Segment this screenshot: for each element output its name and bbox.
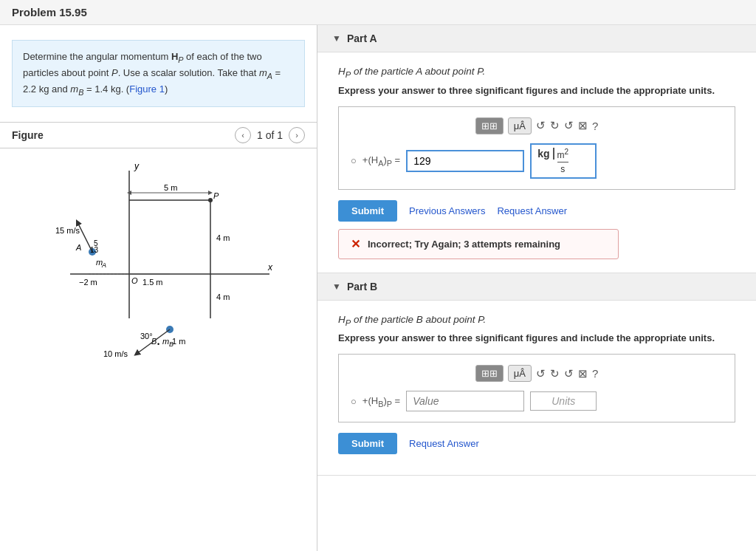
- svg-text:13: 13: [90, 246, 99, 254]
- part-b-matrix-btn[interactable]: ⊞⊞: [475, 365, 504, 382]
- part-a-content: HP of the particle A about point P. Expr…: [317, 52, 756, 273]
- part-b-refresh-icon[interactable]: ↺: [564, 367, 574, 380]
- part-b-header[interactable]: ▼ Part B: [317, 273, 756, 301]
- part-b-help-icon[interactable]: ?: [592, 367, 598, 380]
- part-b-submit-row: Submit Request Answer: [338, 433, 735, 454]
- part-b-content: HP of the particle B about point P. Expr…: [317, 301, 756, 476]
- part-b-input-row: ○ +(HB)P = Units: [351, 391, 723, 411]
- svg-text:10 m/s: 10 m/s: [103, 349, 128, 358]
- part-a-section: ▼ Part A HP of the particle A about poin…: [317, 25, 756, 273]
- part-b-redo-icon[interactable]: ↻: [550, 367, 560, 380]
- part-a-instruction: Express your answer to three significant…: [338, 85, 735, 96]
- part-a-prev-answers-link[interactable]: Previous Answers: [409, 205, 485, 216]
- left-panel: Determine the angular momentum HP of eac…: [0, 25, 317, 551]
- svg-text:4 m: 4 m: [216, 292, 230, 301]
- part-b-mu-btn[interactable]: μÂ: [508, 365, 532, 382]
- part-a-header[interactable]: ▼ Part A: [317, 25, 756, 52]
- part-a-request-answer-link[interactable]: Request Answer: [497, 205, 567, 216]
- part-a-chevron: ▼: [332, 33, 341, 44]
- figure-nav: ‹ 1 of 1 ›: [235, 127, 305, 143]
- part-a-incorrect-message: Incorrect; Try Again; 3 attempts remaini…: [368, 239, 560, 250]
- part-a-question: HP of the particle A about point P.: [338, 66, 735, 79]
- svg-text:x: x: [267, 262, 273, 273]
- part-a-help-icon[interactable]: ?: [592, 120, 598, 132]
- svg-text:O: O: [131, 276, 138, 285]
- part-b-request-answer-link[interactable]: Request Answer: [409, 438, 479, 449]
- part-a-answer-box: ⊞⊞ μÂ ↺ ↻ ↺ ⊠ ? ○ +(HA)P =: [338, 106, 735, 190]
- svg-text:30°: 30°: [140, 332, 153, 340]
- problem-text-box: Determine the angular momentum HP of eac…: [12, 40, 305, 107]
- figure-title: Figure: [12, 129, 44, 141]
- svg-text:y: y: [134, 161, 140, 171]
- part-b-instruction: Express your answer to three significant…: [338, 332, 735, 343]
- figure-page-info: 1 of 1: [257, 129, 283, 141]
- problem-title: Problem 15.95: [12, 6, 87, 18]
- part-a-input-row: ○ +(HA)P = kg m2 s: [351, 143, 723, 179]
- svg-text:15 m/s: 15 m/s: [55, 226, 80, 235]
- right-panel: ▼ Part A HP of the particle A about poin…: [317, 25, 756, 551]
- part-b-chevron: ▼: [332, 281, 341, 292]
- figure-header: Figure ‹ 1 of 1 ›: [0, 122, 317, 148]
- svg-text:1.5 m: 1.5 m: [142, 278, 163, 287]
- part-a-matrix-btn[interactable]: ⊞⊞: [475, 117, 504, 134]
- part-a-circle-symbol: ○: [351, 155, 357, 166]
- part-a-refresh-icon[interactable]: ↺: [564, 119, 574, 132]
- part-b-prefix: +(HB)P =: [362, 395, 400, 408]
- svg-text:1 m: 1 m: [172, 337, 185, 346]
- figure-svg: y x O 5 m P 4 m 1.5 m: [33, 156, 284, 363]
- svg-text:−2 m: −2 m: [79, 278, 97, 287]
- part-a-submit-button[interactable]: Submit: [338, 200, 397, 222]
- part-b-label: Part B: [347, 281, 377, 292]
- part-a-prefix: +(HA)P =: [362, 154, 400, 168]
- part-b-undo-icon[interactable]: ↺: [536, 367, 546, 380]
- part-b-circle-symbol: ○: [351, 396, 357, 407]
- part-a-keyboard-icon[interactable]: ⊠: [578, 119, 588, 132]
- header-bar: Problem 15.95: [0, 0, 756, 25]
- part-a-toolbar: ⊞⊞ μÂ ↺ ↻ ↺ ⊠ ?: [351, 117, 723, 134]
- svg-text:m: m: [162, 337, 169, 346]
- part-a-submit-row: Submit Previous Answers Request Answer: [338, 200, 735, 222]
- svg-text:5 m: 5 m: [164, 183, 177, 192]
- part-a-incorrect-box: ✕ Incorrect; Try Again; 3 attempts remai…: [338, 229, 619, 259]
- part-b-answer-box: ⊞⊞ μÂ ↺ ↻ ↺ ⊠ ? ○ +(HB)P = Uni: [338, 354, 735, 422]
- part-a-x-icon: ✕: [351, 237, 360, 251]
- svg-text:A: A: [101, 261, 106, 269]
- part-b-section: ▼ Part B HP of the particle B about poin…: [317, 273, 756, 476]
- svg-text:4 m: 4 m: [216, 233, 230, 242]
- part-b-units-placeholder: Units: [551, 395, 575, 407]
- part-b-question: HP of the particle B about point P.: [338, 314, 735, 327]
- part-a-units-box[interactable]: kg m2 s: [530, 143, 597, 179]
- part-a-value-input[interactable]: [406, 150, 524, 172]
- svg-text:P: P: [213, 191, 219, 200]
- part-b-keyboard-icon[interactable]: ⊠: [578, 367, 588, 380]
- part-b-toolbar: ⊞⊞ μÂ ↺ ↻ ↺ ⊠ ?: [351, 365, 723, 382]
- part-b-value-input[interactable]: [406, 391, 524, 411]
- svg-text:A: A: [75, 243, 81, 252]
- part-b-units-box[interactable]: Units: [530, 391, 597, 411]
- figure-link[interactable]: Figure 1: [129, 83, 165, 95]
- part-a-undo-icon[interactable]: ↺: [536, 119, 546, 132]
- part-a-redo-icon[interactable]: ↻: [550, 119, 560, 132]
- part-a-mu-btn[interactable]: μÂ: [508, 117, 532, 134]
- part-a-label: Part A: [347, 32, 377, 44]
- figure-prev-button[interactable]: ‹: [235, 127, 251, 143]
- figure-next-button[interactable]: ›: [289, 127, 305, 143]
- figure-canvas: y x O 5 m P 4 m 1.5 m: [0, 148, 317, 370]
- svg-text:•: •: [157, 340, 159, 348]
- part-b-submit-button[interactable]: Submit: [338, 433, 397, 454]
